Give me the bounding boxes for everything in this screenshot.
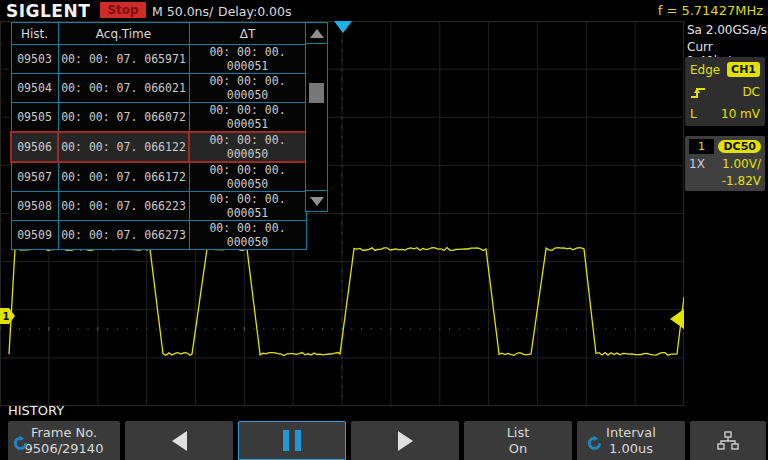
cell-delta-t[interactable]: 00: 00: 00. 000051: [189, 45, 306, 74]
list-toggle-button[interactable]: List On: [464, 421, 572, 460]
cell-delta-t[interactable]: 00: 00: 00. 000050: [189, 221, 306, 250]
header-hist: Hist.: [11, 23, 58, 45]
list-label: List: [507, 425, 530, 441]
up-arrow-icon: [310, 29, 324, 38]
header-acq-time: Acq.Time: [58, 23, 189, 45]
interval-value: 1.00us: [609, 441, 653, 457]
channel-probe: 1X: [689, 157, 705, 171]
scroll-up-button[interactable]: [306, 23, 327, 44]
cell-hist[interactable]: 09508: [11, 192, 58, 221]
trigger-position-marker[interactable]: [334, 21, 352, 33]
table-row[interactable]: 09505 00: 00: 07. 066072 00: 00: 00. 000…: [11, 103, 306, 133]
refresh-icon: [13, 435, 28, 450]
table-scrollbar[interactable]: [305, 22, 328, 212]
svg-text:1: 1: [3, 311, 10, 322]
cell-acq-time[interactable]: 00: 00: 07. 066072: [58, 103, 189, 133]
softkey-menu: Frame No. 9506/29140 List On Interval 1.…: [0, 421, 768, 460]
delay-readout: Delay:0.00s: [218, 4, 292, 19]
header-delta-t: ΔT: [189, 23, 306, 45]
channel-impedance-badge: DC50: [718, 140, 761, 153]
sample-rate-readout: Sa 2.00GSa/s: [687, 23, 767, 37]
cell-acq-time[interactable]: 00: 00: 07. 066223: [58, 192, 189, 221]
table-row[interactable]: 09509 00: 00: 07. 066273 00: 00: 00. 000…: [11, 221, 306, 250]
cell-hist[interactable]: 09505: [11, 103, 58, 133]
menu-title: HISTORY: [8, 403, 64, 418]
cell-hist[interactable]: 09503: [11, 45, 58, 74]
trigger-level-marker[interactable]: [670, 309, 684, 329]
table-row[interactable]: 09507 00: 00: 07. 066172 00: 00: 00. 000…: [11, 162, 306, 192]
down-arrow-icon: [310, 197, 324, 206]
table-row[interactable]: 09503 00: 00: 07. 065971 00: 00: 00. 000…: [11, 45, 306, 74]
cell-hist[interactable]: 09507: [11, 162, 58, 192]
scroll-down-button[interactable]: [306, 190, 327, 211]
cell-acq-time[interactable]: 00: 00: 07. 066021: [58, 74, 189, 103]
cell-delta-t[interactable]: 00: 00: 00. 000051: [189, 103, 306, 133]
timebase-readout: M 50.0ns/: [152, 4, 213, 19]
cell-hist[interactable]: 09506: [11, 132, 58, 162]
cell-hist[interactable]: 09504: [11, 74, 58, 103]
top-status-bar: SIGLENT Stop M 50.0ns/ Delay:0.00s f = 5…: [0, 0, 768, 21]
interval-button[interactable]: Interval 1.00us: [577, 421, 685, 460]
ch1-zero-marker[interactable]: 1: [0, 308, 15, 324]
rising-edge-icon: [690, 85, 707, 99]
table-row[interactable]: 09508 00: 00: 07. 066223 00: 00: 00. 000…: [11, 192, 306, 221]
channel-scale: 1.00V/: [722, 157, 761, 171]
lan-icon: [717, 431, 739, 451]
oscilloscope-screen: SIGLENT Stop M 50.0ns/ Delay:0.00s f = 5…: [0, 0, 768, 460]
cell-acq-time[interactable]: 00: 00: 07. 066273: [58, 221, 189, 250]
history-table: Hist. Acq.Time ΔT 09503 00: 00: 07. 0659…: [10, 22, 307, 250]
scrollbar-thumb[interactable]: [309, 83, 324, 103]
table-header-row: Hist. Acq.Time ΔT: [11, 23, 306, 45]
trigger-coupling: DC: [742, 85, 760, 99]
frame-number-button[interactable]: Frame No. 9506/29140: [8, 421, 120, 460]
cell-delta-t[interactable]: 00: 00: 00. 000050: [189, 132, 306, 162]
next-icon: [398, 431, 413, 451]
cell-hist[interactable]: 09509: [11, 221, 58, 250]
previous-frame-button[interactable]: [125, 421, 233, 460]
lan-status-button[interactable]: [690, 421, 766, 460]
channel-offset: -1.82V: [722, 174, 761, 188]
trigger-type: Edge: [690, 63, 720, 77]
cell-acq-time[interactable]: 00: 00: 07. 066122: [58, 132, 189, 162]
cell-delta-t[interactable]: 00: 00: 00. 000051: [189, 192, 306, 221]
frequency-counter: f = 5.71427MHz: [658, 3, 763, 18]
frame-value: 9506/29140: [25, 441, 104, 457]
trigger-level-label: L: [690, 107, 697, 121]
list-value: On: [509, 441, 527, 457]
interval-label: Interval: [606, 425, 656, 441]
trigger-level-value: 10 mV: [721, 107, 760, 121]
channel-number: 1: [689, 139, 714, 154]
brand-logo: SIGLENT: [6, 1, 90, 21]
table-row[interactable]: 09506 00: 00: 07. 066122 00: 00: 00. 000…: [11, 132, 306, 162]
cell-delta-t[interactable]: 00: 00: 00. 000050: [189, 162, 306, 192]
channel1-info-panel[interactable]: 1 DC50 1X 1.00V/ -1.82V: [685, 136, 765, 191]
cell-delta-t[interactable]: 00: 00: 00. 000050: [189, 74, 306, 103]
table-row[interactable]: 09504 00: 00: 07. 066021 00: 00: 00. 000…: [11, 74, 306, 103]
cell-acq-time[interactable]: 00: 00: 07. 065971: [58, 45, 189, 74]
pause-icon: [283, 430, 301, 451]
waveform-trace: [9, 248, 684, 356]
trigger-source-badge: CH1: [727, 62, 760, 77]
cell-acq-time[interactable]: 00: 00: 07. 066172: [58, 162, 189, 192]
trigger-info-panel[interactable]: Edge CH1 DC L 10 mV: [685, 57, 765, 126]
refresh-icon: [587, 435, 602, 450]
acquisition-status-badge[interactable]: Stop: [100, 2, 146, 18]
frame-label: Frame No.: [31, 425, 97, 441]
previous-icon: [172, 431, 187, 451]
next-frame-button[interactable]: [351, 421, 459, 460]
pause-button[interactable]: [238, 421, 346, 460]
